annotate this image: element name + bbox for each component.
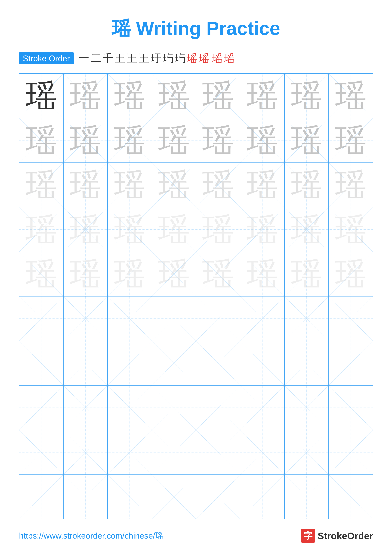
grid-cell[interactable]: 瑶 (19, 207, 64, 252)
grid-cell[interactable] (196, 341, 241, 385)
practice-char: 瑶 (291, 169, 322, 201)
grid-cell[interactable]: 瑶 (240, 252, 285, 296)
grid-cell[interactable]: 瑶 (240, 163, 285, 207)
grid-cell[interactable]: 瑶 (285, 118, 329, 163)
practice-char: 瑶 (158, 169, 190, 201)
grid-cell[interactable]: 瑶 (152, 252, 196, 296)
grid-cell[interactable]: 瑶 (329, 207, 373, 252)
grid-cell[interactable]: 瑶 (108, 163, 152, 207)
practice-char: 瑶 (25, 169, 57, 201)
practice-char: 瑶 (247, 258, 278, 290)
grid-cell[interactable]: 瑶 (285, 74, 329, 118)
grid-cell[interactable]: 瑶 (19, 163, 64, 207)
grid-cell[interactable]: 瑶 (19, 74, 64, 118)
grid-cell[interactable]: 瑶 (108, 74, 152, 118)
grid-cell[interactable] (240, 341, 285, 385)
grid-cell[interactable] (196, 386, 241, 430)
grid-cell[interactable]: 瑶 (64, 252, 108, 296)
grid-cell[interactable]: 瑶 (329, 163, 373, 207)
grid-cell[interactable]: 瑶 (285, 252, 329, 296)
grid-cell[interactable] (64, 475, 108, 519)
grid-row: 瑶瑶瑶瑶瑶瑶瑶瑶 (19, 207, 373, 252)
practice-char: 瑶 (70, 169, 101, 201)
grid-cell[interactable]: 瑶 (108, 252, 152, 296)
practice-char: 瑶 (158, 214, 190, 245)
grid-cell[interactable] (329, 297, 373, 341)
grid-cell[interactable]: 瑶 (196, 74, 241, 118)
grid-cell[interactable] (152, 430, 196, 475)
footer-url[interactable]: https://www.strokeorder.com/chinese/瑶 (19, 530, 163, 541)
grid-cell[interactable] (240, 430, 285, 475)
grid-cell[interactable] (285, 386, 329, 430)
grid-cell[interactable] (152, 341, 196, 385)
grid-cell[interactable]: 瑶 (64, 207, 108, 252)
grid-cell[interactable] (64, 386, 108, 430)
grid-cell[interactable] (196, 475, 241, 519)
grid-row: 瑶瑶瑶瑶瑶瑶瑶瑶 (19, 252, 373, 297)
grid-cell[interactable] (108, 341, 152, 385)
grid-cell[interactable]: 瑶 (19, 252, 64, 296)
grid-cell[interactable] (152, 475, 196, 519)
grid-cell[interactable]: 瑶 (64, 118, 108, 163)
grid-cell[interactable]: 瑶 (240, 207, 285, 252)
grid-cell[interactable] (19, 297, 64, 341)
grid-cell[interactable] (19, 386, 64, 430)
grid-row (19, 297, 373, 341)
grid-cell[interactable] (152, 297, 196, 341)
grid-cell[interactable] (108, 475, 152, 519)
practice-char: 瑶 (158, 258, 190, 290)
grid-cell[interactable]: 瑶 (240, 74, 285, 118)
grid-cell[interactable] (329, 341, 373, 385)
grid-cell[interactable]: 瑶 (329, 118, 373, 163)
practice-char: 瑶 (291, 258, 322, 290)
grid-cell[interactable] (108, 386, 152, 430)
grid-cell[interactable] (240, 297, 285, 341)
grid-cell[interactable] (240, 475, 285, 519)
grid-cell[interactable] (285, 475, 329, 519)
grid-cell[interactable] (196, 297, 241, 341)
grid-cell[interactable]: 瑶 (196, 207, 241, 252)
grid-cell[interactable]: 瑶 (196, 163, 241, 207)
grid-cell[interactable] (19, 475, 64, 519)
grid-cell[interactable] (285, 341, 329, 385)
grid-cell[interactable]: 瑶 (329, 252, 373, 296)
grid-cell[interactable]: 瑶 (152, 74, 196, 118)
grid-cell[interactable]: 瑶 (152, 163, 196, 207)
grid-cell[interactable]: 瑶 (152, 118, 196, 163)
grid-cell[interactable]: 瑶 (108, 118, 152, 163)
grid-cell[interactable]: 瑶 (329, 74, 373, 118)
grid-cell[interactable]: 瑶 (196, 252, 241, 296)
grid-cell[interactable] (108, 297, 152, 341)
grid-cell[interactable] (329, 386, 373, 430)
grid-cell[interactable]: 瑶 (152, 207, 196, 252)
grid-cell[interactable] (196, 430, 241, 475)
grid-cell[interactable] (64, 297, 108, 341)
practice-char: 瑶 (114, 124, 145, 156)
grid-cell[interactable] (19, 430, 64, 475)
grid-cell[interactable]: 瑶 (285, 207, 329, 252)
grid-cell[interactable]: 瑶 (240, 118, 285, 163)
practice-char: 瑶 (335, 124, 367, 156)
grid-cell[interactable] (108, 430, 152, 475)
grid-cell[interactable] (329, 475, 373, 519)
footer: https://www.strokeorder.com/chinese/瑶 字 … (19, 529, 373, 549)
grid-cell[interactable]: 瑶 (285, 163, 329, 207)
grid-cell[interactable] (152, 386, 196, 430)
grid-cell[interactable]: 瑶 (196, 118, 241, 163)
grid-cell[interactable] (64, 430, 108, 475)
grid-cell[interactable] (19, 341, 64, 385)
stroke-order-label: Stroke Order (19, 52, 74, 64)
grid-cell[interactable]: 瑶 (64, 163, 108, 207)
title-suffix: Writing Practice (131, 18, 280, 39)
grid-cell[interactable] (240, 386, 285, 430)
grid-cell[interactable] (64, 341, 108, 385)
grid-cell[interactable]: 瑶 (108, 207, 152, 252)
grid-cell[interactable] (285, 297, 329, 341)
grid-cell[interactable] (329, 430, 373, 475)
practice-char: 瑶 (25, 124, 57, 156)
practice-char: 瑶 (291, 124, 322, 156)
grid-cell[interactable]: 瑶 (64, 74, 108, 118)
grid-row: 瑶瑶瑶瑶瑶瑶瑶瑶 (19, 118, 373, 163)
grid-cell[interactable]: 瑶 (19, 118, 64, 163)
grid-cell[interactable] (285, 430, 329, 475)
